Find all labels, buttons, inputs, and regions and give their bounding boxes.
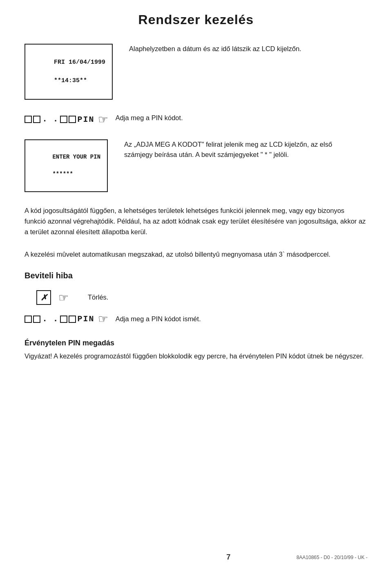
beviteli-row2: . . PIN ☞ Adja meg a PIN kódot ismét. <box>24 312 368 326</box>
pin-squares-left <box>24 116 40 123</box>
section3-text: Az „ADJA MEG A KODOT" felirat jelenik me… <box>124 139 353 160</box>
section-pin-entry: . . PIN ☞ Adja meg a PIN kódot. <box>24 113 368 126</box>
ervenytelen-section: Érvénytelen PIN megadás Vigyázat! A keze… <box>24 339 368 361</box>
pin-square2-2 <box>33 316 40 323</box>
section1-text: Alaphelyzetben a dátum és az idő látszik… <box>129 44 358 54</box>
beviteli-row1-text: Törlés. <box>88 292 108 303</box>
pin-square-1 <box>24 116 32 123</box>
lcd-datetime: FRI 16/04/1999 **14:35** <box>24 44 113 100</box>
pin-dots-2: . . <box>42 315 58 324</box>
ervenytelen-title: Érvénytelen PIN megadás <box>24 339 368 347</box>
pin-label: PIN <box>78 115 95 124</box>
footer-page-number: 7 <box>160 553 296 562</box>
enter-pin-line1: ENTER YOUR PIN <box>52 154 100 160</box>
beviteli-title: Beviteli hiba <box>24 271 368 280</box>
hand-icon-2: ☞ <box>58 291 69 304</box>
pin-squares2-right <box>60 316 76 323</box>
lcd-line1: FRI 16/04/1999 <box>54 59 105 66</box>
enter-pin-line2: ****** <box>52 171 73 177</box>
pin-square-4 <box>69 116 76 123</box>
section-datetime: FRI 16/04/1999 **14:35** Alaphelyzetben … <box>24 44 368 100</box>
pin-dots: . . <box>42 115 58 124</box>
section2-text: Adja meg a PIN kódot. <box>116 113 344 123</box>
hand-icon-1: ☞ <box>98 113 108 126</box>
pin-square-3 <box>60 116 67 123</box>
beviteli-row2-text: Adja meg a PIN kódot ismét. <box>116 314 201 325</box>
page-title: Rendszer kezelés <box>24 12 368 27</box>
pin-display-2: . . PIN <box>24 314 95 324</box>
paragraph1: A kód jogosultságától függően, a lehetsé… <box>24 205 368 237</box>
pin-square2-4 <box>69 316 76 323</box>
hand-icon-3: ☞ <box>98 312 108 326</box>
lcd-line2: **14:35** <box>54 77 87 84</box>
pin-square2-3 <box>60 316 67 323</box>
lcd-enter-pin: ENTER YOUR PIN ****** <box>24 139 108 192</box>
pin-label-2: PIN <box>78 314 95 324</box>
beviteli-section: Beviteli hiba ✗ ☞ Törlés. . . PIN <box>24 271 368 326</box>
pin-square2-1 <box>24 316 32 323</box>
delete-x-icon: ✗ <box>40 293 47 302</box>
pin-square-2 <box>33 116 40 123</box>
footer: 7 8AA10865 - D0 - 20/10/99 - UK - <box>0 553 392 562</box>
pin-squares-right <box>60 116 76 123</box>
section-enter-pin: ENTER YOUR PIN ****** Az „ADJA MEG A KOD… <box>24 139 368 192</box>
pin-display: . . PIN <box>24 115 95 124</box>
paragraph2: A kezelési mûvelet automatikusan megszak… <box>24 249 368 260</box>
footer-code: 8AA10865 - D0 - 20/10/99 - UK - <box>296 555 368 560</box>
ervenytelen-text: Vigyázat! A kezelés programozástól függő… <box>24 351 368 361</box>
delete-icon-box: ✗ <box>36 290 51 305</box>
beviteli-row1: ✗ ☞ Törlés. <box>24 290 368 305</box>
pin-squares2-left <box>24 316 40 323</box>
